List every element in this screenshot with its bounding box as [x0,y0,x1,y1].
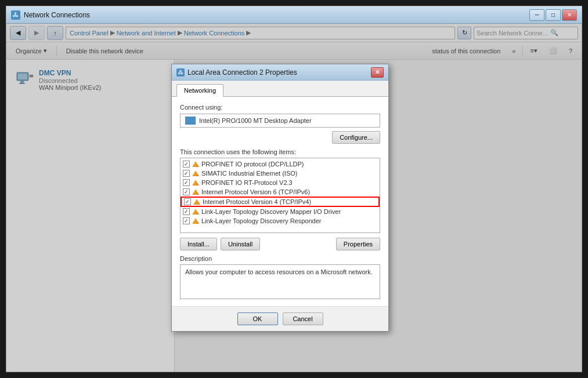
checkbox-4[interactable] [184,198,191,205]
checkbox-0[interactable] [183,161,190,168]
configure-button[interactable]: Configure... [332,131,380,144]
protocol-icon-3 [192,189,199,195]
status-button[interactable]: status of this connection [427,45,505,57]
properties-button[interactable]: Properties [336,238,380,250]
uninstall-button[interactable]: Uninstall [221,238,260,250]
svg-rect-1 [18,74,27,79]
checkbox-3[interactable] [183,188,190,195]
tab-networking[interactable]: Networking [176,84,223,97]
minimize-button[interactable]: ─ [529,9,544,21]
network-type: WAN Miniport (IKEv2) [39,84,165,91]
list-item-label-3: Internet Protocol Version 6 (TCP/IPv6) [201,188,310,195]
list-item-label-4: Internet Protocol Version 4 (TCP/IPv4) [203,198,311,205]
ok-button[interactable]: OK [237,312,278,325]
breadcrumb-network-internet[interactable]: Network and Internet [117,30,176,37]
items-label: This connection uses the following items… [180,148,380,155]
toolbar-right: status of this connection » ≡▾ ⬜ ? [427,45,577,57]
checkbox-6[interactable] [183,217,190,224]
address-bar: ◀ ▶ ↑ Control Panel ▶ Network and Intern… [6,24,582,42]
configure-btn-wrapper: Configure... [180,131,380,144]
help-button[interactable]: ? [564,45,577,57]
maximize-button[interactable]: □ [546,9,561,21]
search-icon: 🔍 [550,29,558,37]
protocol-icon-5 [192,209,199,215]
modal-close-button[interactable]: ✕ [371,67,384,78]
toolbar-separator [56,46,57,56]
view-options-button[interactable]: ≡▾ [525,45,542,57]
list-item-label-1: SIMATIC Industrial Ethernet (ISO) [201,170,297,177]
network-status: Disconnected [39,77,165,84]
list-item-label-6: Link-Layer Topology Discovery Responder [201,217,321,224]
checkbox-1[interactable] [183,170,190,177]
description-section: Allows your computer to access resources… [180,264,380,299]
action-buttons: Install... Uninstall Properties [180,238,380,250]
up-button[interactable]: ↑ [47,26,63,40]
address-path[interactable]: Control Panel ▶ Network and Internet ▶ N… [66,27,455,39]
checkbox-5[interactable] [183,208,190,215]
forward-button[interactable]: ▶ [28,26,45,40]
svg-rect-4 [30,75,33,77]
breadcrumb-network-connections[interactable]: Network Connections [184,30,245,37]
network-item-dmc-vpn[interactable]: DMC VPN Disconnected WAN Miniport (IKEv2… [12,66,168,94]
window-title: Network Connections [24,11,529,19]
protocol-icon-1 [192,170,199,176]
list-item-0[interactable]: PROFINET IO protocol (DCP/LLDP) [181,159,380,169]
items-list[interactable]: PROFINET IO protocol (DCP/LLDP)SIMATIC I… [181,158,380,232]
disable-network-button[interactable]: Disable this network device [62,45,148,57]
title-bar-buttons: ─ □ ✕ [529,9,577,21]
protocol-icon-4 [193,199,200,205]
organize-button[interactable]: Organize ▾ [11,45,52,57]
properties-dialog: 🖧 Local Area Connection 2 Properties ✕ N… [171,64,389,332]
title-bar: 🖧 Network Connections ─ □ ✕ [6,6,582,24]
connect-using-box: Intel(R) PRO/1000 MT Desktop Adapter [180,114,380,128]
list-item-6[interactable]: Link-Layer Topology Discovery Responder [181,216,380,226]
toolbar: Organize ▾ Disable this network device s… [6,42,582,60]
list-item-label-5: Link-Layer Topology Discovery Mapper I/O… [201,208,341,215]
cancel-button[interactable]: Cancel [283,312,323,325]
modal-content: Connect using: Intel(R) PRO/1000 MT Desk… [172,97,388,306]
description-text: Allows your computer to access resources… [185,268,373,275]
search-box[interactable]: Search Network Conne... 🔍 [474,27,578,39]
list-item-4[interactable]: Internet Protocol Version 4 (TCP/IPv4) [181,197,380,207]
connect-using-label: Connect using: [180,104,380,111]
list-item-5[interactable]: Link-Layer Topology Discovery Mapper I/O… [181,207,380,216]
list-item-label-2: PROFINET IO RT-Protocol V2.3 [201,179,293,186]
search-placeholder: Search Network Conne... [477,30,548,37]
modal-title: Local Area Connection 2 Properties [187,68,371,77]
modal-title-bar: 🖧 Local Area Connection 2 Properties ✕ [172,64,388,81]
svg-rect-2 [20,81,24,83]
close-window-button[interactable]: ✕ [562,9,577,21]
protocol-icon-0 [192,161,199,167]
breadcrumb-control-panel[interactable]: Control Panel [70,30,109,37]
dialog-buttons: OK Cancel [172,306,388,331]
adapter-icon [185,117,196,125]
connections-list: DMC VPN Disconnected WAN Miniport (IKEv2… [6,60,175,372]
description-label: Description [180,255,380,262]
checkbox-2[interactable] [183,179,190,186]
network-name: DMC VPN [39,69,165,77]
items-list-container: PROFINET IO protocol (DCP/LLDP)SIMATIC I… [180,158,380,233]
list-item-label-0: PROFINET IO protocol (DCP/LLDP) [201,161,304,168]
window-icon: 🖧 [11,10,20,20]
network-icon [16,69,34,88]
protocol-icon-2 [192,180,199,186]
adapter-name: Intel(R) PRO/1000 MT Desktop Adapter [199,117,312,124]
svg-rect-3 [19,83,25,84]
install-button[interactable]: Install... [180,238,217,250]
network-info: DMC VPN Disconnected WAN Miniport (IKEv2… [39,69,165,91]
preview-pane-button[interactable]: ⬜ [544,45,562,57]
list-item-2[interactable]: PROFINET IO RT-Protocol V2.3 [181,178,380,187]
protocol-icon-6 [192,218,199,224]
refresh-button[interactable]: ↻ [457,27,471,39]
more-button[interactable]: » [507,45,520,57]
tab-bar: Networking [172,81,388,97]
modal-title-icon: 🖧 [176,68,185,77]
list-item-1[interactable]: SIMATIC Industrial Ethernet (ISO) [181,169,380,178]
toolbar-sep2 [522,46,523,56]
list-item-3[interactable]: Internet Protocol Version 6 (TCP/IPv6) [181,187,380,197]
back-button[interactable]: ◀ [10,26,26,40]
